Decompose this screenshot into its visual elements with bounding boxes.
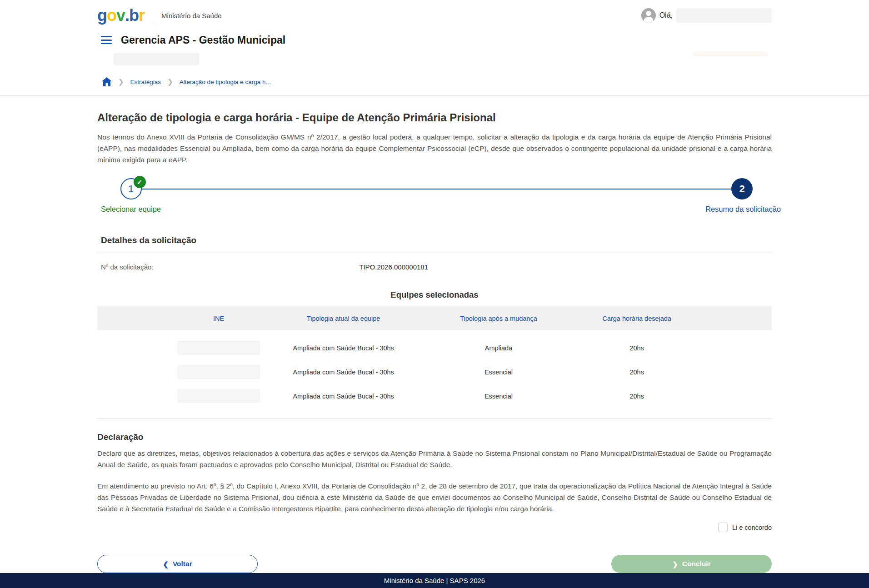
cell-tipologia-apos: Essencial [421, 369, 576, 376]
step-1-circle[interactable]: 1 ✓ [120, 178, 142, 199]
back-button[interactable]: ❮ Voltar [97, 555, 258, 573]
stepper-connector [141, 189, 732, 189]
home-icon [102, 77, 112, 86]
logo-letter: . [125, 7, 129, 24]
cell-tipologia-apos: Ampliada [421, 344, 576, 352]
step-2-label: Resumo da solicitação [705, 205, 781, 214]
details-divider [97, 253, 772, 253]
submit-button[interactable]: ❯ Concluir [611, 555, 772, 573]
app-footer: Ministério da Saúde | SAPS 2026 [0, 573, 869, 588]
form-actions: ❮ Voltar ❯ Concluir [97, 555, 772, 573]
logo-letter: g [97, 7, 107, 24]
chevron-left-icon: ❮ [163, 561, 169, 568]
cell-tipologia-apos: Essencial [421, 393, 576, 400]
step-selecionar-equipe: 1 ✓ Selecionar equipe [85, 178, 176, 214]
user-greeting: Olá, [659, 11, 673, 20]
step-1-label: Selecionar equipe [101, 205, 161, 214]
stepper: 1 ✓ Selecionar equipe 2 Resumo da solici… [97, 178, 772, 220]
table-bottom-divider [97, 418, 772, 419]
breadcrumb: ❯ Estratégias ❯ Alteração de tipologia e… [97, 77, 772, 95]
breadcrumb-link-current[interactable]: Alteração de tipologia e carga h... [180, 79, 271, 85]
redacted-subheader [693, 52, 768, 56]
column-header-ine: INE [171, 315, 266, 322]
app-title: Gerencia APS - Gestão Municipal [121, 34, 285, 46]
request-number-value: TIPO.2026.000000181 [359, 263, 428, 271]
app-header: gov.br Ministério da Saúde Olá, Gerencia… [0, 0, 869, 96]
table-row: Ampliada com Saúde Bucal - 30hs Essencia… [97, 384, 772, 408]
user-avatar-icon [641, 8, 656, 23]
cell-tipologia-atual: Ampliada com Saúde Bucal - 30hs [266, 369, 421, 376]
step-2-circle[interactable]: 2 [731, 178, 753, 199]
ministry-label: Ministério da Saúde [161, 12, 222, 20]
redacted-subtitle [114, 53, 199, 65]
logo-letter: v [116, 7, 125, 24]
declaration-heading: Declaração [97, 432, 772, 442]
redacted-ine-value [177, 341, 260, 355]
column-header-tipologia-apos: Tipologia após a mudança [421, 315, 576, 322]
request-number-label: Nº da solicitação: [101, 263, 359, 271]
check-icon: ✓ [134, 176, 146, 188]
chevron-right-icon: ❯ [672, 561, 678, 568]
step-resumo-solicitacao: 2 Resumo da solicitação [690, 178, 781, 214]
logo-letter: o [107, 7, 116, 24]
request-number-row: Nº da solicitação: TIPO.2026.000000181 [97, 263, 772, 271]
agree-row: Li e concordo [97, 523, 772, 532]
column-header-carga-horaria: Carga horária desejada [576, 315, 698, 322]
menu-hamburger-icon[interactable] [101, 36, 112, 44]
chevron-right-icon: ❯ [167, 78, 173, 86]
breadcrumb-link-estrategias[interactable]: Estratégias [130, 79, 161, 85]
govbr-logo[interactable]: gov.br [97, 7, 145, 24]
cell-tipologia-atual: Ampliada com Saúde Bucal - 30hs [266, 344, 421, 352]
teams-heading: Equipes selecionadas [97, 290, 772, 300]
page-title: Alteração de tipologia e carga horária -… [97, 111, 772, 124]
agree-checkbox-label: Li e concordo [732, 524, 772, 531]
table-row: Ampliada com Saúde Bucal - 30hs Ampliada… [97, 336, 772, 360]
step-2-number: 2 [739, 183, 744, 195]
submit-button-label: Concluir [682, 560, 711, 568]
redacted-ine-value [177, 389, 260, 403]
main-content: Alteração de tipologia e carga horária -… [97, 96, 772, 573]
cell-carga-horaria: 20hs [576, 344, 698, 352]
cell-tipologia-atual: Ampliada com Saúde Bucal - 30hs [266, 393, 421, 400]
details-heading: Detalhes da solicitação [97, 235, 772, 245]
table-row: Ampliada com Saúde Bucal - 30hs Essencia… [97, 360, 772, 384]
breadcrumb-home-link[interactable] [102, 77, 112, 86]
back-button-label: Voltar [173, 560, 192, 568]
redacted-user-name [676, 8, 772, 23]
redacted-ine-value [177, 365, 260, 379]
logo-letter: b [129, 7, 139, 24]
declaration-paragraph-1: Declaro que as diretrizes, metas, objeti… [97, 448, 772, 470]
column-header-tipologia-atual: Tipologia atual da equipe [266, 315, 421, 322]
page-intro: Nos termos do Anexo XVIII da Portaria de… [97, 131, 772, 165]
cell-carga-horaria: 20hs [576, 393, 698, 400]
cell-carga-horaria: 20hs [576, 369, 698, 376]
footer-text: Ministério da Saúde | SAPS 2026 [384, 577, 485, 584]
logo-letter: r [139, 7, 145, 24]
chevron-right-icon: ❯ [118, 78, 124, 86]
logo-divider [153, 7, 153, 24]
page: gov.br Ministério da Saúde Olá, Gerencia… [0, 0, 869, 588]
declaration-paragraph-2: Em atendimento ao previsto no Art. 6º, §… [97, 480, 772, 514]
teams-table-header: INE Tipologia atual da equipe Tipologia … [97, 306, 772, 330]
agree-checkbox[interactable] [718, 523, 728, 532]
user-menu[interactable]: Olá, [641, 8, 772, 23]
step-1-number: 1 [128, 183, 134, 195]
